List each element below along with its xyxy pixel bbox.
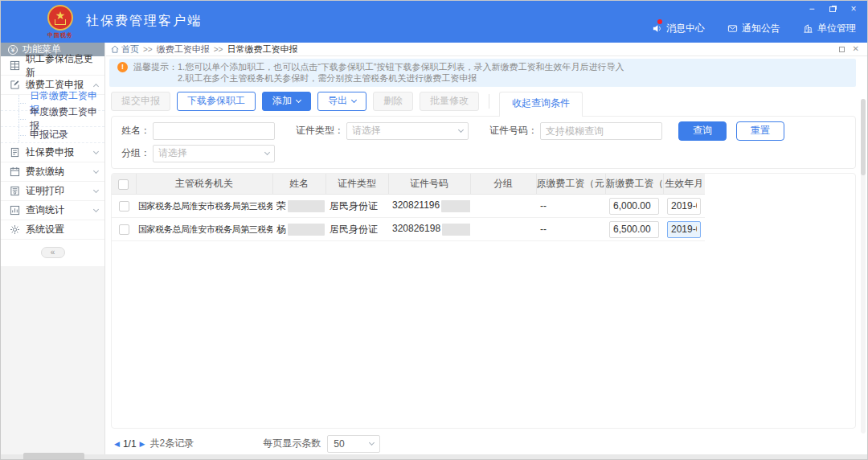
tab-controls: ✕ — [839, 45, 859, 53]
cert-type-select[interactable]: 请选择 — [346, 122, 469, 140]
submit-declare-button[interactable]: 提交申报 — [111, 92, 170, 111]
topbar: ★ 中国税务 社保费管理客户端 − × 消息中心 通知公告 单位管理 — [1, 1, 867, 43]
cell-effective-month — [663, 218, 705, 241]
chevron-up-icon — [93, 83, 99, 88]
cell-cert-type: 居民身份证 — [326, 218, 388, 241]
app-logo: ★ 中国税务 — [43, 5, 78, 39]
tab-restore-icon[interactable] — [839, 47, 845, 52]
chevron-down-icon — [93, 207, 99, 212]
batch-edit-button[interactable]: 批量修改 — [420, 92, 479, 111]
col-header-group: 分组 — [470, 174, 536, 195]
chevron-down-icon — [369, 440, 375, 446]
main-content: 首页 >> 缴费工资申报 >> 日常缴费工资申报 ✕ ! 温馨提示：1.您可以单… — [106, 43, 867, 454]
home-icon — [111, 45, 119, 53]
chevron-down-icon — [351, 97, 357, 103]
breadcrumb-bar: 首页 >> 缴费工资申报 >> 日常缴费工资申报 ✕ — [106, 43, 867, 56]
collapse-query-button[interactable]: 收起查询条件 — [499, 92, 583, 117]
chevron-down-icon — [93, 149, 99, 154]
cert-no-label: 证件号码： — [489, 124, 538, 138]
new-salary-input[interactable] — [609, 198, 659, 215]
page-indicator: 1/1 — [123, 438, 137, 450]
document-icon — [10, 147, 20, 158]
cell-tax-authority: 国家税务总局淮安市税务局第三税务分局 — [136, 195, 272, 218]
close-icon[interactable]: × — [848, 4, 859, 14]
breadcrumb-home[interactable]: 首页 — [111, 43, 139, 55]
gear-icon — [10, 224, 20, 235]
tip-line1: 温馨提示：1.您可以单个添加职工，也可以点击“下载参保职工”按钮下载参保职工列表… — [133, 61, 624, 72]
speaker-icon — [652, 23, 662, 34]
next-page-icon[interactable]: ▶ — [138, 440, 147, 448]
per-page-select[interactable]: 50 — [327, 435, 380, 453]
add-button[interactable]: 添加 — [262, 92, 311, 111]
window-bottom-edge — [1, 454, 867, 459]
notice-item[interactable]: 通知公告 — [727, 22, 780, 35]
window-controls: − × — [806, 4, 859, 14]
export-button[interactable]: 导出 — [317, 92, 366, 111]
sidebar-subitem-annual-salary-declare[interactable]: 年度缴费工资申报 — [1, 111, 104, 127]
sidebar-item-employee-info-update[interactable]: 职工参保信息更新 — [1, 56, 104, 76]
chevron-down-icon — [458, 127, 464, 133]
reset-button[interactable]: 重置 — [736, 121, 784, 141]
table-panel: 主管税务机关 姓名 证件类型 证件号码 分组 原缴费工资（元） 新缴费工资（元）… — [111, 173, 856, 429]
message-center-item[interactable]: 消息中心 — [652, 22, 705, 35]
group-select[interactable]: 请选择 — [153, 145, 275, 162]
prev-page-icon[interactable]: ◀ — [113, 440, 121, 448]
name-input[interactable] — [153, 122, 275, 140]
redacted-text — [288, 200, 325, 212]
effective-month-input[interactable] — [667, 198, 701, 215]
envelope-icon — [727, 23, 738, 34]
search-button[interactable]: 查询 — [678, 121, 727, 141]
tab-close-icon[interactable]: ✕ — [853, 45, 859, 53]
table-header-row: 主管税务机关 姓名 证件类型 证件号码 分组 原缴费工资（元） 新缴费工资（元）… — [112, 174, 705, 195]
unit-management-item[interactable]: 单位管理 — [803, 22, 856, 35]
sidebar-item-certificate-print[interactable]: 证明打印 — [1, 182, 104, 201]
sidebar-subitem-declare-records[interactable]: 申报记录 — [1, 127, 104, 143]
sidebar-collapse-button[interactable]: « — [41, 247, 65, 258]
sidebar: ¥ 功能菜单 职工参保信息更新 缴费工资申报 日常缴费工资申报 年度缴费工资申报… — [1, 43, 105, 454]
chevron-down-icon — [264, 150, 270, 155]
sidebar-item-system-settings[interactable]: 系统设置 — [1, 220, 104, 240]
breadcrumb-separator: >> — [143, 45, 153, 54]
salary-table: 主管税务机关 姓名 证件类型 证件号码 分组 原缴费工资（元） 新缴费工资（元）… — [112, 174, 705, 242]
vertical-scrollbar[interactable] — [861, 99, 866, 433]
sidebar-filler — [1, 266, 104, 454]
sidebar-item-fee-payment[interactable]: 费款缴纳 — [1, 162, 104, 182]
chart-icon — [10, 205, 20, 216]
cert-no-input[interactable] — [540, 122, 662, 140]
col-header-old-salary: 原缴费工资（元） — [536, 174, 605, 195]
breadcrumb-current: 日常缴费工资申报 — [227, 43, 297, 55]
new-salary-input[interactable] — [609, 221, 659, 238]
record-count: 共2条记录 — [150, 437, 194, 450]
col-header-cert-no: 证件号码 — [388, 174, 470, 195]
cert-type-label: 证件类型： — [296, 124, 344, 138]
cell-cert-no: 320826198 — [388, 218, 470, 241]
delete-button[interactable]: 删除 — [373, 92, 413, 111]
download-insured-button[interactable]: 下载参保职工 — [177, 92, 256, 111]
calendar-icon — [10, 166, 20, 177]
group-label: 分组： — [121, 146, 150, 160]
restore-icon[interactable] — [827, 4, 838, 14]
row-checkbox[interactable] — [119, 201, 129, 212]
cell-new-salary — [605, 218, 663, 241]
table-row: 国家税务总局淮安市税务局第三税务分局 杨 居民身份证 320826198 -- — [112, 218, 705, 241]
logo-caption: 中国税务 — [43, 31, 78, 39]
effective-month-input[interactable] — [667, 221, 701, 238]
sidebar-item-social-insurance-declare[interactable]: 社保费申报 — [1, 143, 104, 162]
sidebar-item-query-statistics[interactable]: 查询统计 — [1, 201, 104, 220]
app-window: ★ 中国税务 社保费管理客户端 − × 消息中心 通知公告 单位管理 — [0, 0, 868, 460]
minimize-icon[interactable]: − — [806, 4, 817, 14]
tip-line2: 2.职工在多个主管税务机关参保时，需分别按主管税务机关进行缴费工资申报 — [133, 72, 624, 84]
breadcrumb-item[interactable]: 缴费工资申报 — [157, 43, 210, 55]
cell-old-salary: -- — [536, 218, 605, 241]
col-header-new-salary: 新缴费工资（元） — [605, 174, 663, 195]
toolbar: 提交申报 下载参保职工 添加 导出 删除 批量修改 收起查询条件 — [111, 92, 867, 113]
cell-effective-month — [663, 195, 705, 218]
row-checkbox[interactable] — [119, 224, 129, 235]
select-all-checkbox[interactable] — [118, 179, 129, 190]
query-panel: 姓名： 证件类型： 请选择 证件号码： 查询 重置 分组： 请选择 — [111, 116, 856, 169]
building-icon — [803, 23, 813, 34]
cell-group — [470, 195, 536, 218]
yen-coin-icon: ¥ — [8, 45, 18, 55]
cell-old-salary: -- — [536, 195, 605, 218]
scrollbar-thumb[interactable] — [861, 99, 866, 175]
